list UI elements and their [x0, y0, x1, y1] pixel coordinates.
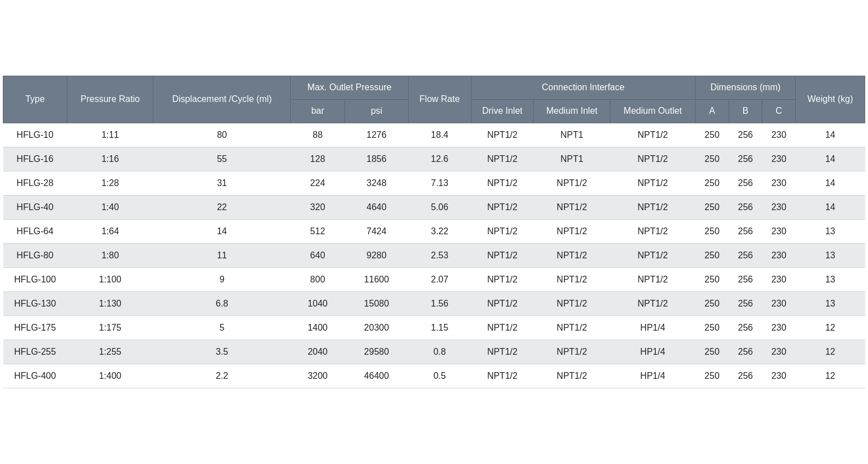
table-cell: 1:40: [67, 195, 153, 219]
table-cell: NPT1: [534, 123, 610, 147]
col-medium-outlet: Medium Outlet: [610, 100, 695, 123]
col-connection-interface: Connection Interface: [471, 76, 696, 100]
table-cell: NPT1/2: [534, 171, 610, 195]
table-cell: HFLG-400: [3, 364, 67, 388]
table-cell: NPT1/2: [471, 195, 534, 219]
table-cell: HP1/4: [610, 315, 695, 340]
table-cell: 250: [696, 243, 729, 267]
table-cell: 256: [729, 340, 762, 364]
table-cell: 12: [796, 315, 865, 340]
col-max-outlet: Max. Outlet Pressure: [291, 76, 408, 100]
table-cell: NPT1/2: [534, 267, 610, 291]
table-cell: 14: [796, 195, 865, 219]
table-cell: 6.8: [153, 291, 291, 315]
table-cell: 46400: [345, 364, 409, 388]
table-cell: 88: [291, 123, 345, 147]
table-row: HFLG-401:402232046405.06NPT1/2NPT1/2NPT1…: [3, 195, 865, 219]
table-cell: 230: [762, 243, 796, 267]
table-cell: 230: [762, 219, 796, 243]
table-row: HFLG-4001:4002.23200464000.5NPT1/2NPT1/2…: [3, 364, 865, 388]
table-cell: 250: [696, 171, 729, 195]
table-cell: NPT1/2: [610, 171, 695, 195]
table-cell: 256: [729, 147, 762, 171]
table-cell: 5.06: [408, 195, 471, 219]
table-cell: 1:400: [67, 364, 153, 388]
table-cell: 14: [796, 123, 865, 147]
col-bar: bar: [291, 100, 345, 123]
table-cell: 256: [729, 267, 762, 291]
table-cell: 1:16: [67, 147, 153, 171]
col-dim-c: C: [762, 100, 796, 123]
table-cell: 1:80: [67, 243, 153, 267]
table-cell: 3200: [291, 364, 345, 388]
table-cell: NPT1/2: [534, 291, 610, 315]
table-cell: 230: [762, 147, 796, 171]
table-cell: NPT1/2: [471, 123, 534, 147]
table-row: HFLG-2551:2553.52040295800.8NPT1/2NPT1/2…: [3, 340, 865, 364]
table-cell: HFLG-28: [3, 171, 67, 195]
table-cell: 0.8: [408, 340, 471, 364]
table-cell: NPT1/2: [471, 243, 534, 267]
table-cell: 3.22: [408, 219, 471, 243]
table-cell: NPT1/2: [610, 219, 695, 243]
table-cell: NPT1/2: [534, 340, 610, 364]
table-cell: HFLG-64: [3, 219, 67, 243]
table-cell: 1040: [291, 291, 345, 315]
col-dim-a: A: [696, 100, 729, 123]
table-cell: 3248: [345, 171, 409, 195]
table-cell: 18.4: [408, 123, 471, 147]
table-cell: NPT1: [534, 147, 610, 171]
table-cell: 320: [291, 195, 345, 219]
table-cell: 512: [291, 219, 345, 243]
table-cell: 29580: [345, 340, 409, 364]
table-cell: 256: [729, 195, 762, 219]
table-cell: 80: [153, 123, 291, 147]
table-cell: NPT1/2: [534, 243, 610, 267]
table-cell: 13: [796, 243, 865, 267]
table-cell: 230: [762, 364, 796, 388]
table-cell: 3.5: [153, 340, 291, 364]
table-cell: 256: [729, 315, 762, 340]
table-row: HFLG-161:1655128185612.6NPT1/2NPT1NPT1/2…: [3, 147, 865, 171]
table-row: HFLG-281:283122432487.13NPT1/2NPT1/2NPT1…: [3, 171, 865, 195]
table-cell: 1:64: [67, 219, 153, 243]
table-cell: 1400: [291, 315, 345, 340]
table-cell: 13: [796, 267, 865, 291]
table-cell: 250: [696, 123, 729, 147]
table-cell: NPT1/2: [534, 195, 610, 219]
table-cell: 1:255: [67, 340, 153, 364]
table-cell: 1:175: [67, 315, 153, 340]
table-cell: 12: [796, 364, 865, 388]
table-cell: NPT1/2: [534, 364, 610, 388]
table-cell: 12.6: [408, 147, 471, 171]
table-cell: 1:130: [67, 291, 153, 315]
table-row: HFLG-101:118088127618.4NPT1/2NPT1NPT1/22…: [3, 123, 865, 147]
table-cell: 31: [153, 171, 291, 195]
table-cell: NPT1/2: [534, 315, 610, 340]
table-cell: 20300: [345, 315, 409, 340]
table-cell: 7424: [345, 219, 409, 243]
table-cell: 640: [291, 243, 345, 267]
table-cell: 128: [291, 147, 345, 171]
table-cell: NPT1/2: [610, 291, 695, 315]
table-cell: 256: [729, 123, 762, 147]
table-body: HFLG-101:118088127618.4NPT1/2NPT1NPT1/22…: [3, 123, 865, 388]
table-cell: 250: [696, 340, 729, 364]
table-cell: NPT1/2: [471, 315, 534, 340]
col-psi: psi: [345, 100, 409, 123]
table-cell: 250: [696, 291, 729, 315]
table-cell: HFLG-255: [3, 340, 67, 364]
table-wrapper: Type Pressure Ratio Displacement /Cycle …: [3, 76, 865, 388]
table-cell: HFLG-80: [3, 243, 67, 267]
table-cell: 230: [762, 291, 796, 315]
table-cell: 230: [762, 171, 796, 195]
table-cell: 1:11: [67, 123, 153, 147]
table-cell: 800: [291, 267, 345, 291]
table-cell: 2040: [291, 340, 345, 364]
table-cell: 230: [762, 123, 796, 147]
table-cell: 7.13: [408, 171, 471, 195]
table-cell: NPT1/2: [471, 340, 534, 364]
table-cell: NPT1/2: [610, 267, 695, 291]
table-cell: 1856: [345, 147, 409, 171]
col-medium-inlet: Medium Inlet: [534, 100, 610, 123]
